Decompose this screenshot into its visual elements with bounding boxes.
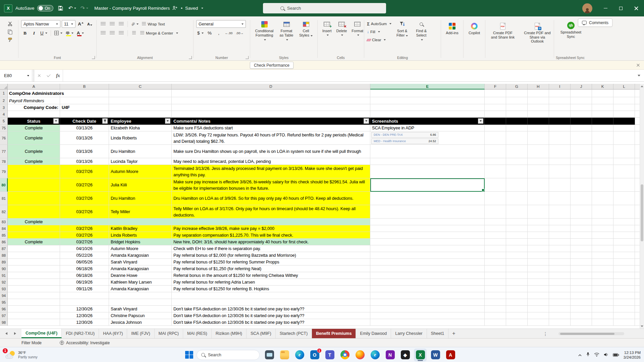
cell-notes[interactable]: Pay separation compensation $1,225.70. T… xyxy=(172,232,370,239)
cell[interactable] xyxy=(485,239,506,245)
cell[interactable] xyxy=(506,219,528,225)
row-header-87[interactable]: 87 xyxy=(0,245,8,252)
cell[interactable] xyxy=(549,259,571,265)
cell[interactable] xyxy=(613,286,635,292)
cell[interactable] xyxy=(485,252,506,259)
cell-notes[interactable]: LDW: 3/5/26. Pay 72 regular hours. Payou… xyxy=(172,131,370,145)
cell-check-date[interactable]: 05/22/26 xyxy=(60,252,109,259)
cell[interactable] xyxy=(485,312,506,319)
row-header-80[interactable]: 80 xyxy=(0,178,8,192)
sheet-tab[interactable]: CompOne (U4F) xyxy=(21,329,62,338)
cell-notes[interactable]: Pay referral bonus of $1250 for referrin… xyxy=(172,286,370,292)
sheet-tab[interactable]: Startech (PCT) xyxy=(276,329,312,338)
cell[interactable] xyxy=(571,225,592,232)
cell[interactable] xyxy=(485,104,506,111)
cell[interactable] xyxy=(592,158,613,165)
insert-cells-button[interactable]: + Insert xyxy=(320,19,334,36)
next-sheet-icon[interactable] xyxy=(14,332,16,335)
cell-employee[interactable]: Elizabeth Kloha xyxy=(109,125,172,131)
cell-check-date[interactable]: 12/30/26 xyxy=(60,319,109,326)
cell-employee[interactable] xyxy=(109,292,172,299)
cell-check-date[interactable]: 04/10/26 xyxy=(60,245,109,252)
cell[interactable] xyxy=(528,145,549,158)
cell[interactable] xyxy=(506,125,528,131)
row-header-83[interactable]: 83 xyxy=(0,219,8,225)
filter-button[interactable] xyxy=(165,118,170,124)
row-header-78[interactable]: 78 xyxy=(0,158,8,165)
cell[interactable] xyxy=(528,131,549,145)
cell-check-date[interactable]: 03/13/26 xyxy=(60,145,109,158)
column-header-L[interactable]: L xyxy=(613,84,635,89)
row-header-82[interactable]: 82 xyxy=(0,205,8,219)
row-header-90[interactable]: 90 xyxy=(0,265,8,272)
cell-notes[interactable]: Referral bonus in the amount of $1250 fo… xyxy=(172,272,370,279)
font-color-button[interactable]: A xyxy=(76,29,85,37)
acrobat-icon[interactable]: A xyxy=(444,349,457,361)
cell[interactable] xyxy=(506,319,528,326)
percent-button[interactable]: % xyxy=(206,29,214,37)
number-dialog-launcher-icon[interactable] xyxy=(246,56,249,59)
cell-status[interactable]: Complete xyxy=(8,131,60,145)
cell-status[interactable] xyxy=(8,178,60,192)
filter-button[interactable] xyxy=(102,118,108,124)
row-header-93[interactable]: 93 xyxy=(0,286,8,292)
increase-font-icon[interactable]: A xyxy=(77,20,85,28)
cell[interactable] xyxy=(370,89,485,97)
cell[interactable] xyxy=(571,97,592,104)
cell[interactable] xyxy=(549,312,571,319)
cell-status[interactable] xyxy=(8,252,60,259)
decrease-font-icon[interactable]: A xyxy=(86,20,94,28)
cell[interactable] xyxy=(528,272,549,279)
cell[interactable] xyxy=(613,319,635,326)
cell-screenshots[interactable] xyxy=(370,292,485,299)
cell[interactable] xyxy=(485,319,506,326)
new-sheet-button[interactable]: + xyxy=(448,329,459,338)
mic-icon[interactable] xyxy=(586,352,590,358)
cell[interactable] xyxy=(370,111,485,118)
cell-employee[interactable]: Julia Kiili xyxy=(109,178,172,192)
cell-employee[interactable]: Jessica Johnson xyxy=(109,319,172,326)
cell[interactable] xyxy=(528,259,549,265)
cell[interactable] xyxy=(571,205,592,219)
cell[interactable] xyxy=(549,192,571,205)
delete-cells-button[interactable]: × Delete xyxy=(334,19,349,36)
prev-sheet-icon[interactable] xyxy=(5,332,7,335)
cell[interactable] xyxy=(613,265,635,272)
align-middle-icon[interactable] xyxy=(108,20,116,28)
bold-button[interactable]: B xyxy=(21,29,29,37)
cell[interactable] xyxy=(571,118,592,125)
align-top-icon[interactable] xyxy=(99,20,107,28)
cell[interactable] xyxy=(549,286,571,292)
cell[interactable] xyxy=(485,265,506,272)
cell[interactable] xyxy=(528,286,549,292)
cell-employee[interactable]: Sarah Vinyard xyxy=(109,306,172,312)
cell-status[interactable] xyxy=(8,279,60,286)
row-header-94[interactable]: 94 xyxy=(0,292,8,299)
cell-screenshots[interactable] xyxy=(370,239,485,245)
row-header-5[interactable]: 5 xyxy=(0,118,8,125)
cell-check-date[interactable]: 06/19/26 xyxy=(60,279,109,286)
cell[interactable] xyxy=(485,118,506,125)
cell[interactable] xyxy=(506,299,528,306)
cell-employee[interactable]: Autumn Moore xyxy=(109,165,172,178)
cell[interactable] xyxy=(613,306,635,312)
cell[interactable] xyxy=(592,299,613,306)
cell-status[interactable]: Complete xyxy=(8,145,60,158)
cell[interactable] xyxy=(592,97,613,104)
cell[interactable] xyxy=(506,145,528,158)
cell[interactable] xyxy=(549,279,571,286)
enter-icon[interactable] xyxy=(44,70,53,81)
cell[interactable] xyxy=(613,225,635,232)
cut-icon[interactable] xyxy=(6,21,14,27)
cell[interactable] xyxy=(485,131,506,145)
cell[interactable] xyxy=(613,279,635,286)
cell[interactable] xyxy=(485,89,506,97)
cell[interactable] xyxy=(613,239,635,245)
cell[interactable] xyxy=(613,104,635,111)
formula-input[interactable] xyxy=(63,70,634,81)
cell[interactable] xyxy=(613,131,635,145)
cell-screenshots[interactable] xyxy=(370,319,485,326)
cell-employee[interactable]: Sarah Vinyard xyxy=(109,259,172,265)
cell-notes[interactable]: Pay referral bonus of $1,250 (for referr… xyxy=(172,265,370,272)
cell[interactable] xyxy=(571,319,592,326)
